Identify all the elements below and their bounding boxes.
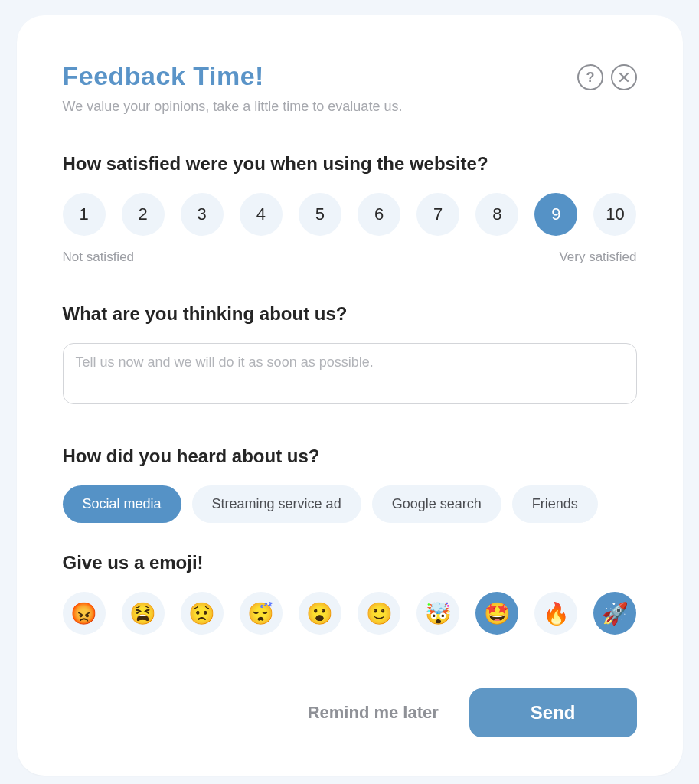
score-3[interactable]: 3 (181, 193, 224, 236)
thoughts-question: What are you thinking about us? (63, 303, 637, 325)
send-button[interactable]: Send (469, 688, 637, 737)
heard-option-friends[interactable]: Friends (512, 485, 598, 523)
footer: Remind me later Send (63, 688, 637, 737)
svg-text:?: ? (586, 70, 594, 85)
satisfaction-low-label: Not satisfied (63, 250, 135, 265)
emoji-hushed[interactable]: 😮 (299, 592, 341, 635)
score-5[interactable]: 5 (299, 193, 341, 236)
feedback-card: Feedback Time! We value your opinions, t… (17, 15, 683, 776)
emoji-rocket[interactable]: 🚀 (593, 592, 636, 635)
header-actions: ? (577, 64, 637, 90)
emoji-tired[interactable]: 😫 (122, 592, 165, 635)
satisfaction-question: How satisfied were you when using the we… (63, 153, 637, 175)
score-4[interactable]: 4 (240, 193, 283, 236)
heard-options: Social media Streaming service ad Google… (63, 485, 637, 523)
score-7[interactable]: 7 (416, 193, 459, 236)
emoji-exploding[interactable]: 🤯 (416, 592, 459, 635)
heard-option-google-search[interactable]: Google search (372, 485, 501, 523)
satisfaction-high-label: Very satisfied (559, 250, 636, 265)
score-1[interactable]: 1 (63, 193, 106, 236)
thoughts-section: What are you thinking about us? (63, 303, 637, 407)
header: Feedback Time! We value your opinions, t… (63, 61, 637, 115)
heard-section: How did you heard about us? Social media… (63, 446, 637, 523)
close-icon (619, 72, 629, 83)
satisfaction-section: How satisfied were you when using the we… (63, 153, 637, 265)
help-button[interactable]: ? (577, 64, 603, 90)
thoughts-input[interactable] (63, 343, 637, 404)
emoji-options: 😡 😫 😟 😴 😮 🙂 🤯 🤩 🔥 🚀 (63, 592, 637, 635)
close-button[interactable] (611, 64, 637, 90)
score-9[interactable]: 9 (534, 193, 577, 236)
heard-question: How did you heard about us? (63, 446, 637, 467)
emoji-section: Give us a emoji! 😡 😫 😟 😴 😮 🙂 🤯 🤩 🔥 🚀 (63, 552, 637, 635)
satisfaction-scale-labels: Not satisfied Very satisfied (63, 250, 637, 265)
emoji-fire[interactable]: 🔥 (534, 592, 577, 635)
heard-option-social-media[interactable]: Social media (63, 485, 181, 523)
score-6[interactable]: 6 (358, 193, 400, 236)
page-title: Feedback Time! (63, 61, 403, 91)
score-8[interactable]: 8 (475, 193, 518, 236)
score-2[interactable]: 2 (122, 193, 165, 236)
page-subtitle: We value your opinions, take a little ti… (63, 99, 403, 115)
remind-later-button[interactable]: Remind me later (308, 703, 439, 723)
score-10[interactable]: 10 (593, 193, 636, 236)
question-icon: ? (584, 70, 596, 85)
emoji-star-struck[interactable]: 🤩 (475, 592, 518, 635)
emoji-slight-smile[interactable]: 🙂 (358, 592, 400, 635)
header-text: Feedback Time! We value your opinions, t… (63, 61, 403, 115)
emoji-sleepy[interactable]: 😴 (240, 592, 283, 635)
satisfaction-scores: 1 2 3 4 5 6 7 8 9 10 (63, 193, 637, 236)
emoji-question: Give us a emoji! (63, 552, 637, 573)
heard-option-streaming-ad[interactable]: Streaming service ad (192, 485, 361, 523)
emoji-angry[interactable]: 😡 (63, 592, 106, 635)
emoji-worried[interactable]: 😟 (181, 592, 224, 635)
